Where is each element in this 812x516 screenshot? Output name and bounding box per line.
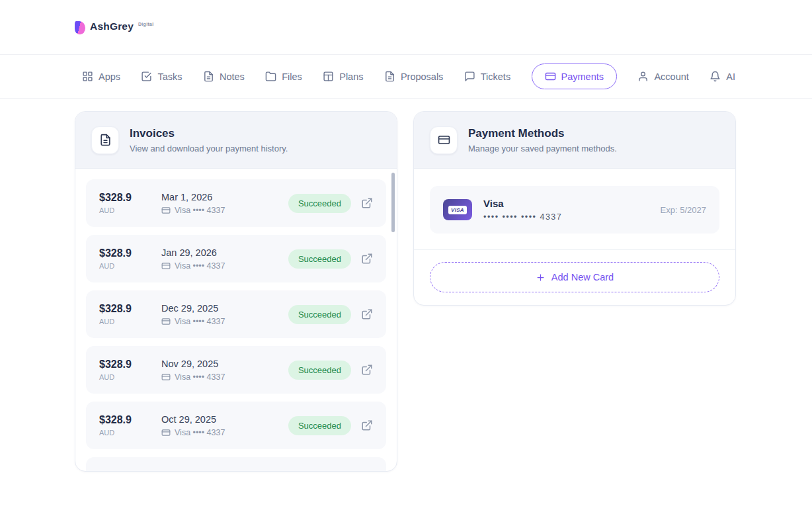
invoice-amount: $328.9 bbox=[99, 414, 161, 426]
external-link-icon bbox=[361, 197, 373, 209]
status-badge: Succeeded bbox=[288, 361, 351, 380]
invoice-row: $328.9 AUD Oct 29, 2025 Visa •••• 4337 S… bbox=[86, 402, 386, 449]
nav-tab-files[interactable]: Files bbox=[265, 71, 302, 82]
nav-tab-payments[interactable]: Payments bbox=[532, 64, 617, 89]
status-badge: Succeeded bbox=[288, 249, 351, 269]
brand-logo-icon bbox=[75, 21, 85, 34]
invoice-method-label: Visa •••• 4337 bbox=[175, 206, 225, 215]
invoices-title: Invoices bbox=[130, 127, 288, 140]
brand-logo[interactable]: AshGrey Digital bbox=[75, 21, 154, 34]
user-icon bbox=[637, 71, 649, 82]
payment-methods-header-icon-box bbox=[430, 126, 458, 154]
open-invoice-button[interactable] bbox=[361, 253, 373, 265]
invoice-row: $328.9 AUD Jan 29, 2026 Visa •••• 4337 S… bbox=[86, 235, 386, 282]
invoice-document-icon bbox=[99, 134, 112, 146]
invoice-method-label: Visa •••• 4337 bbox=[175, 261, 225, 271]
open-invoice-button[interactable] bbox=[361, 197, 373, 209]
credit-card-icon bbox=[161, 317, 171, 326]
invoices-header-icon-box bbox=[91, 126, 119, 154]
credit-card-icon bbox=[545, 71, 556, 82]
invoice-list-scrollbar[interactable] bbox=[391, 173, 395, 232]
payment-methods-header-text: Payment Methods Manage your saved paymen… bbox=[468, 127, 617, 153]
invoice-row: $328.9 AUD Dec 29, 2025 Visa •••• 4337 S… bbox=[86, 290, 386, 338]
credit-card-icon bbox=[161, 206, 171, 215]
status-badge: Succeeded bbox=[288, 305, 351, 324]
invoice-method: Visa •••• 4337 bbox=[161, 261, 288, 271]
credit-card-icon bbox=[438, 134, 450, 146]
table-icon bbox=[323, 71, 334, 82]
nav-tab-account[interactable]: Account bbox=[637, 71, 688, 82]
invoice-currency: AUD bbox=[99, 318, 161, 325]
invoice-date: Oct 29, 2025 bbox=[161, 414, 288, 425]
nav-label: Tickets bbox=[481, 71, 510, 82]
nav-label: Payments bbox=[561, 71, 604, 82]
invoice-row: $328.9 AUD Nov 29, 2025 Visa •••• 4337 S… bbox=[86, 346, 386, 394]
invoice-currency: AUD bbox=[99, 373, 161, 381]
open-invoice-button[interactable] bbox=[361, 364, 373, 376]
nav-label: AI bbox=[726, 71, 735, 82]
invoice-method: Visa •••• 4337 bbox=[161, 372, 288, 382]
external-link-icon bbox=[361, 364, 373, 376]
invoice-currency: AUD bbox=[99, 206, 161, 214]
invoice-amount: $328.9 bbox=[99, 192, 161, 204]
invoices-header-text: Invoices View and download your payment … bbox=[130, 127, 288, 153]
invoice-currency: AUD bbox=[99, 429, 161, 437]
external-link-icon bbox=[361, 419, 373, 431]
check-square-icon bbox=[141, 71, 152, 82]
note-icon bbox=[203, 71, 214, 82]
nav-tab-notes[interactable]: Notes bbox=[203, 71, 245, 82]
add-new-card-label: Add New Card bbox=[551, 272, 614, 282]
payment-methods-footer: Add New Card bbox=[414, 250, 735, 305]
brand-suffix: Digital bbox=[138, 22, 154, 26]
nav-label: Plans bbox=[339, 71, 363, 82]
payment-methods-card: Payment Methods Manage your saved paymen… bbox=[413, 111, 736, 306]
invoice-method-label: Visa •••• 4337 bbox=[175, 317, 225, 326]
grid-icon bbox=[82, 71, 93, 82]
invoice-method: Visa •••• 4337 bbox=[161, 206, 288, 215]
invoice-row-partial bbox=[86, 457, 386, 471]
invoices-card-header: Invoices View and download your payment … bbox=[75, 112, 397, 169]
nav-tab-apps[interactable]: Apps bbox=[82, 71, 120, 82]
credit-card-icon bbox=[161, 261, 171, 271]
payment-methods-subtitle: Manage your saved payment methods. bbox=[468, 144, 617, 153]
nav-tab-tickets[interactable]: Tickets bbox=[464, 71, 510, 82]
status-badge: Succeeded bbox=[288, 194, 351, 213]
visa-card-badge: VISA bbox=[443, 199, 472, 220]
nav-label: Apps bbox=[99, 71, 120, 82]
invoice-method-label: Visa •••• 4337 bbox=[175, 428, 225, 437]
bell-icon bbox=[710, 71, 721, 82]
add-new-card-button[interactable]: Add New Card bbox=[430, 262, 719, 292]
invoice-date: Dec 29, 2025 bbox=[161, 303, 288, 314]
visa-logo: VISA bbox=[448, 206, 467, 214]
external-link-icon bbox=[361, 253, 373, 265]
invoice-method: Visa •••• 4337 bbox=[161, 317, 288, 326]
invoice-amount: $328.9 bbox=[99, 359, 161, 370]
payment-methods-title: Payment Methods bbox=[468, 127, 617, 140]
plus-icon bbox=[536, 273, 546, 282]
nav-tab-ai[interactable]: AI bbox=[710, 71, 735, 82]
credit-card-icon bbox=[161, 428, 171, 437]
card-masked-number: •••• •••• •••• 4337 bbox=[483, 212, 562, 222]
nav-tab-proposals[interactable]: Proposals bbox=[384, 71, 443, 82]
invoices-subtitle: View and download your payment history. bbox=[130, 144, 288, 153]
top-bar: AshGrey Digital bbox=[0, 0, 812, 55]
external-link-icon bbox=[361, 308, 373, 320]
invoice-currency: AUD bbox=[99, 262, 161, 270]
main-nav: Apps Tasks Notes Files Plans Proposals T… bbox=[0, 55, 812, 99]
invoice-amount: $328.9 bbox=[99, 303, 161, 315]
nav-label: Account bbox=[654, 71, 688, 82]
brand-name: AshGrey bbox=[90, 21, 134, 32]
invoice-date: Mar 1, 2026 bbox=[161, 192, 288, 202]
chat-bubble-icon bbox=[464, 71, 475, 82]
nav-label: Tasks bbox=[157, 71, 182, 82]
nav-tab-plans[interactable]: Plans bbox=[323, 71, 363, 82]
open-invoice-button[interactable] bbox=[361, 308, 373, 320]
open-invoice-button[interactable] bbox=[361, 419, 373, 431]
main-content: Invoices View and download your payment … bbox=[0, 99, 812, 472]
folder-icon bbox=[265, 71, 276, 82]
status-badge: Succeeded bbox=[288, 416, 351, 435]
card-brand: Visa bbox=[483, 198, 562, 209]
payment-methods-card-header: Payment Methods Manage your saved paymen… bbox=[414, 112, 735, 169]
nav-tab-tasks[interactable]: Tasks bbox=[141, 71, 182, 82]
payment-methods-body: VISA Visa •••• •••• •••• 4337 Exp: 5/202… bbox=[414, 169, 735, 249]
